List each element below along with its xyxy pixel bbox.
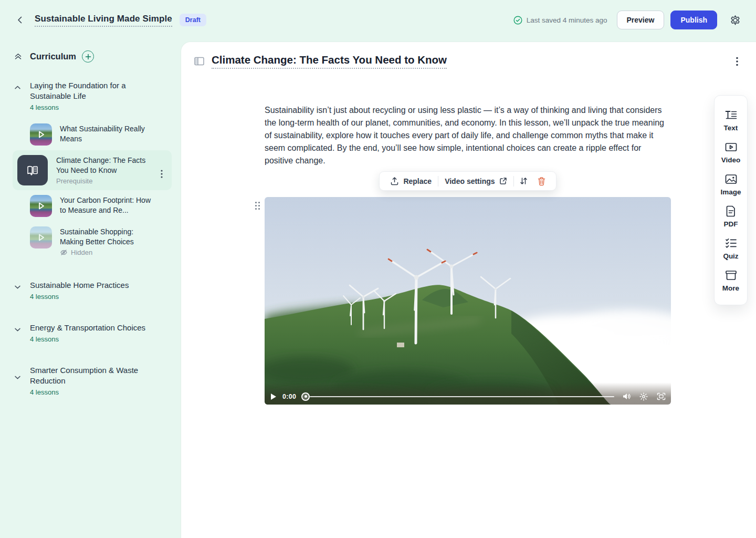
- curriculum-section: Energy & Transportation Choices 4 lesson…: [0, 323, 181, 343]
- replace-label: Replace: [403, 177, 432, 185]
- player-settings-button[interactable]: [639, 392, 648, 401]
- plus-icon: [85, 54, 91, 60]
- delete-block-button[interactable]: [533, 172, 551, 190]
- publish-label: Publish: [680, 16, 707, 24]
- lesson-title: Sustainable Shopping: Making Better Choi…: [60, 227, 153, 247]
- palette-label: Quiz: [723, 252, 738, 260]
- lesson-video-thumbnail: [30, 195, 52, 217]
- move-block-button[interactable]: [515, 172, 533, 190]
- add-quiz-block-button[interactable]: Quiz: [715, 233, 747, 265]
- section-title: Smarter Consumption & Waste Reduction: [30, 365, 156, 386]
- add-video-block-button[interactable]: Video: [715, 137, 747, 169]
- section-title: Sustainable Home Practices: [30, 280, 129, 291]
- video-still-wind-turbines: [265, 197, 671, 405]
- scrubber-handle[interactable]: [301, 392, 310, 401]
- external-link-icon: [499, 177, 507, 185]
- add-image-block-button[interactable]: Image: [715, 169, 747, 201]
- check-circle-icon: [513, 16, 522, 25]
- back-button[interactable]: [13, 13, 27, 27]
- more-blocks-button[interactable]: More: [715, 265, 747, 297]
- section-lesson-count: 4 lessons: [30, 104, 156, 111]
- image-block-icon: [724, 173, 738, 185]
- video-player[interactable]: 0:00: [265, 197, 671, 405]
- section-lesson-count: 4 lessons: [30, 388, 156, 396]
- lesson-video-thumbnail: [30, 123, 52, 146]
- video-settings-label: Video settings: [445, 177, 495, 185]
- palette-label: PDF: [724, 220, 738, 228]
- last-saved-text: Last saved 4 minutes ago: [527, 16, 607, 24]
- toolbar-divider: [438, 176, 438, 187]
- replace-video-button[interactable]: Replace: [385, 172, 437, 190]
- collapse-all-button[interactable]: [13, 51, 23, 62]
- section-title: Energy & Transportation Choices: [30, 323, 145, 333]
- preview-label: Preview: [627, 16, 655, 24]
- lesson-prerequisite-label: Prerequisite: [56, 177, 150, 185]
- curriculum-section: Smarter Consumption & Waste Reduction 4 …: [0, 365, 181, 396]
- more-blocks-icon: [724, 269, 738, 282]
- add-section-button[interactable]: [82, 50, 94, 63]
- panel-layout-icon: [194, 57, 204, 66]
- fullscreen-button[interactable]: [656, 392, 666, 401]
- kebab-icon: [736, 57, 738, 66]
- open-book-icon: [25, 163, 40, 178]
- video-settings-button[interactable]: Video settings: [439, 172, 512, 190]
- lesson-video-thumbnail: [30, 226, 52, 249]
- last-saved-status: Last saved 4 minutes ago: [513, 16, 607, 25]
- double-chevron-up-icon: [14, 52, 23, 61]
- lesson-item[interactable]: What Sustainability Really Means: [25, 119, 172, 150]
- grip-dots-icon: [255, 201, 260, 210]
- chevron-down-icon: [13, 282, 22, 292]
- preview-button[interactable]: Preview: [617, 11, 665, 29]
- progress-track[interactable]: [310, 396, 614, 397]
- top-header: Sustainable Living Made Simple Draft Las…: [0, 0, 756, 40]
- lesson-options-button[interactable]: [731, 55, 743, 68]
- toggle-sidebar-button[interactable]: [194, 56, 204, 67]
- section-toggle[interactable]: Energy & Transportation Choices 4 lesson…: [13, 323, 172, 343]
- eye-off-icon: [60, 249, 68, 256]
- palette-label: Text: [724, 124, 738, 132]
- play-button[interactable]: [269, 392, 278, 401]
- curriculum-section: Laying the Foundation for a Sustainable …: [0, 80, 181, 261]
- lesson-item-selected[interactable]: Climate Change: The Facts You Need to Kn…: [13, 150, 172, 190]
- lesson-editor-title[interactable]: Climate Change: The Facts You Need to Kn…: [212, 54, 447, 69]
- status-badge: Draft: [180, 14, 206, 26]
- section-title: Laying the Foundation for a Sustainable …: [30, 80, 156, 101]
- add-pdf-block-button[interactable]: PDF: [715, 201, 747, 233]
- chevron-left-icon: [16, 16, 24, 24]
- current-time: 0:00: [282, 393, 296, 400]
- sort-arrows-icon: [519, 177, 528, 185]
- publish-button[interactable]: Publish: [670, 11, 717, 29]
- block-palette: Text Video Image PDF Quiz: [714, 95, 748, 305]
- add-text-block-button[interactable]: Text: [715, 105, 747, 137]
- kebab-icon: [161, 170, 163, 178]
- section-toggle[interactable]: Smarter Consumption & Waste Reduction 4 …: [13, 365, 172, 396]
- chevron-up-icon: [13, 82, 22, 92]
- volume-button[interactable]: [622, 392, 631, 401]
- block-drag-handle[interactable]: [254, 200, 261, 211]
- lesson-item-hidden[interactable]: Sustainable Shopping: Making Better Choi…: [25, 222, 172, 261]
- section-toggle[interactable]: Laying the Foundation for a Sustainable …: [13, 80, 172, 111]
- lesson-title: What Sustainability Really Means: [60, 124, 153, 144]
- lesson-hidden-label: Hidden: [71, 249, 92, 256]
- video-block-icon: [724, 141, 738, 153]
- palette-label: Image: [720, 188, 741, 196]
- play-icon: [30, 123, 52, 146]
- section-toggle[interactable]: Sustainable Home Practices 4 lessons: [13, 280, 172, 301]
- gear-icon: [729, 14, 741, 26]
- section-lesson-count: 4 lessons: [30, 293, 129, 301]
- chevron-down-icon: [13, 373, 22, 382]
- lesson-menu-button[interactable]: [157, 169, 166, 179]
- pdf-block-icon: [724, 205, 738, 218]
- upload-icon: [390, 177, 399, 185]
- palette-label: More: [722, 284, 739, 292]
- lesson-item[interactable]: Your Carbon Footprint: How to Measure an…: [25, 190, 172, 222]
- lesson-title: Climate Change: The Facts You Need to Kn…: [56, 156, 150, 175]
- curriculum-sidebar: Curriculum Laying the Foundation for a S…: [0, 40, 181, 538]
- palette-label: Video: [721, 156, 741, 164]
- lesson-intro-paragraph[interactable]: Sustainability isn’t just about recyclin…: [265, 104, 671, 167]
- chevron-down-icon: [13, 325, 22, 334]
- course-title[interactable]: Sustainable Living Made Simple: [35, 14, 172, 27]
- video-block-toolbar: Replace Video settings: [379, 171, 556, 191]
- trash-icon: [537, 177, 546, 186]
- settings-button[interactable]: [727, 12, 743, 28]
